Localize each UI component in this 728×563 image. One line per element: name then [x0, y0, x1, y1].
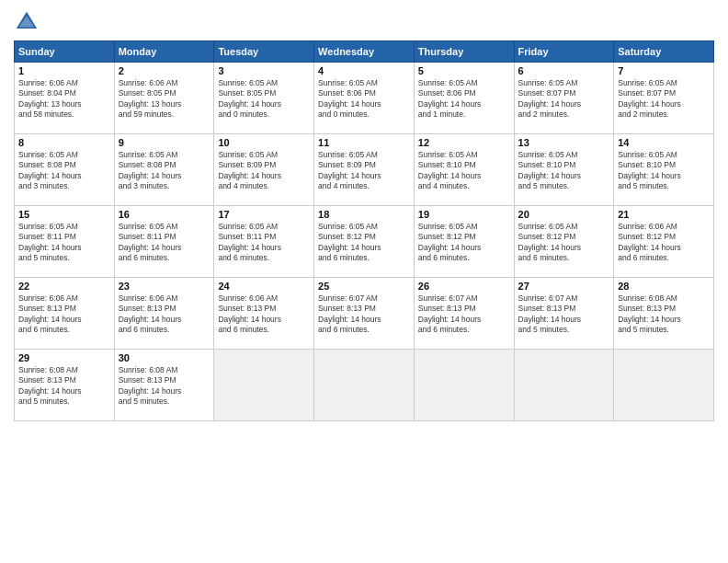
day-number: 27: [518, 281, 610, 292]
day-cell: [614, 350, 714, 421]
col-header-wednesday: Wednesday: [314, 41, 415, 63]
day-info: Sunrise: 6:06 AM Sunset: 8:05 PM Dayligh…: [119, 78, 210, 121]
day-number: 6: [518, 65, 610, 76]
day-info: Sunrise: 6:05 AM Sunset: 8:08 PM Dayligh…: [119, 150, 210, 192]
day-info: Sunrise: 6:05 AM Sunset: 8:07 PM Dayligh…: [618, 78, 710, 121]
day-cell: 1Sunrise: 6:06 AM Sunset: 8:04 PM Daylig…: [15, 63, 115, 134]
day-cell: 8Sunrise: 6:05 AM Sunset: 8:08 PM Daylig…: [15, 134, 115, 206]
day-number: 1: [18, 65, 110, 76]
day-cell: 27Sunrise: 6:07 AM Sunset: 8:13 PM Dayli…: [514, 278, 614, 350]
logo-icon: [14, 9, 40, 35]
day-info: Sunrise: 6:08 AM Sunset: 8:13 PM Dayligh…: [618, 293, 710, 336]
day-number: 28: [618, 281, 710, 292]
day-cell: [214, 350, 314, 421]
day-info: Sunrise: 6:05 AM Sunset: 8:06 PM Dayligh…: [418, 78, 510, 121]
day-number: 22: [18, 281, 110, 292]
day-info: Sunrise: 6:05 AM Sunset: 8:12 PM Dayligh…: [518, 222, 610, 264]
day-info: Sunrise: 6:05 AM Sunset: 8:10 PM Dayligh…: [618, 150, 710, 192]
day-number: 18: [318, 209, 410, 220]
day-cell: 2Sunrise: 6:06 AM Sunset: 8:05 PM Daylig…: [114, 63, 214, 134]
day-info: Sunrise: 6:07 AM Sunset: 8:13 PM Dayligh…: [518, 293, 610, 336]
day-info: Sunrise: 6:05 AM Sunset: 8:07 PM Dayligh…: [518, 78, 610, 121]
day-number: 17: [218, 209, 310, 220]
day-number: 8: [18, 137, 110, 148]
week-row-5: 29Sunrise: 6:08 AM Sunset: 8:13 PM Dayli…: [15, 350, 714, 421]
col-header-thursday: Thursday: [414, 41, 514, 63]
day-cell: 16Sunrise: 6:05 AM Sunset: 8:11 PM Dayli…: [114, 206, 214, 278]
col-header-saturday: Saturday: [614, 41, 714, 63]
day-info: Sunrise: 6:05 AM Sunset: 8:10 PM Dayligh…: [518, 150, 610, 192]
day-info: Sunrise: 6:06 AM Sunset: 8:13 PM Dayligh…: [18, 293, 110, 336]
day-number: 23: [119, 281, 210, 292]
day-number: 12: [418, 137, 510, 148]
week-row-3: 15Sunrise: 6:05 AM Sunset: 8:11 PM Dayli…: [15, 206, 714, 278]
col-header-tuesday: Tuesday: [214, 41, 314, 63]
day-number: 21: [618, 209, 710, 220]
day-info: Sunrise: 6:05 AM Sunset: 8:09 PM Dayligh…: [318, 150, 410, 192]
day-cell: 9Sunrise: 6:05 AM Sunset: 8:08 PM Daylig…: [114, 134, 214, 206]
day-number: 24: [218, 281, 310, 292]
day-info: Sunrise: 6:06 AM Sunset: 8:13 PM Dayligh…: [119, 293, 210, 336]
day-info: Sunrise: 6:05 AM Sunset: 8:12 PM Dayligh…: [418, 222, 510, 264]
day-cell: 13Sunrise: 6:05 AM Sunset: 8:10 PM Dayli…: [514, 134, 614, 206]
header-row: SundayMondayTuesdayWednesdayThursdayFrid…: [15, 41, 714, 63]
page: SundayMondayTuesdayWednesdayThursdayFrid…: [0, 0, 728, 563]
week-row-4: 22Sunrise: 6:06 AM Sunset: 8:13 PM Dayli…: [15, 278, 714, 350]
day-info: Sunrise: 6:08 AM Sunset: 8:13 PM Dayligh…: [18, 365, 110, 408]
day-number: 7: [618, 65, 710, 76]
day-info: Sunrise: 6:07 AM Sunset: 8:13 PM Dayligh…: [318, 293, 410, 336]
week-row-2: 8Sunrise: 6:05 AM Sunset: 8:08 PM Daylig…: [15, 134, 714, 206]
day-cell: 30Sunrise: 6:08 AM Sunset: 8:13 PM Dayli…: [114, 350, 214, 421]
day-cell: 10Sunrise: 6:05 AM Sunset: 8:09 PM Dayli…: [214, 134, 314, 206]
day-cell: 23Sunrise: 6:06 AM Sunset: 8:13 PM Dayli…: [114, 278, 214, 350]
day-number: 25: [318, 281, 410, 292]
day-info: Sunrise: 6:06 AM Sunset: 8:13 PM Dayligh…: [218, 293, 310, 336]
day-cell: 17Sunrise: 6:05 AM Sunset: 8:11 PM Dayli…: [214, 206, 314, 278]
day-number: 14: [618, 137, 710, 148]
calendar-table: SundayMondayTuesdayWednesdayThursdayFrid…: [14, 40, 714, 421]
day-number: 20: [518, 209, 610, 220]
day-number: 16: [119, 209, 210, 220]
day-info: Sunrise: 6:05 AM Sunset: 8:05 PM Dayligh…: [218, 78, 310, 121]
col-header-monday: Monday: [114, 41, 214, 63]
day-number: 4: [318, 65, 410, 76]
day-info: Sunrise: 6:05 AM Sunset: 8:11 PM Dayligh…: [18, 222, 110, 264]
day-number: 2: [119, 65, 210, 76]
logo: [14, 9, 43, 35]
day-info: Sunrise: 6:08 AM Sunset: 8:13 PM Dayligh…: [119, 365, 210, 408]
day-info: Sunrise: 6:06 AM Sunset: 8:04 PM Dayligh…: [18, 78, 110, 121]
day-info: Sunrise: 6:05 AM Sunset: 8:10 PM Dayligh…: [418, 150, 510, 192]
day-cell: 24Sunrise: 6:06 AM Sunset: 8:13 PM Dayli…: [214, 278, 314, 350]
day-cell: 14Sunrise: 6:05 AM Sunset: 8:10 PM Dayli…: [614, 134, 714, 206]
day-number: 26: [418, 281, 510, 292]
header: [14, 9, 714, 35]
col-header-sunday: Sunday: [15, 41, 115, 63]
day-cell: 7Sunrise: 6:05 AM Sunset: 8:07 PM Daylig…: [614, 63, 714, 134]
day-info: Sunrise: 6:05 AM Sunset: 8:11 PM Dayligh…: [119, 222, 210, 264]
day-number: 15: [18, 209, 110, 220]
day-cell: 15Sunrise: 6:05 AM Sunset: 8:11 PM Dayli…: [15, 206, 115, 278]
day-number: 13: [518, 137, 610, 148]
day-cell: 20Sunrise: 6:05 AM Sunset: 8:12 PM Dayli…: [514, 206, 614, 278]
day-info: Sunrise: 6:05 AM Sunset: 8:11 PM Dayligh…: [218, 222, 310, 264]
day-cell: 6Sunrise: 6:05 AM Sunset: 8:07 PM Daylig…: [514, 63, 614, 134]
week-row-1: 1Sunrise: 6:06 AM Sunset: 8:04 PM Daylig…: [15, 63, 714, 134]
day-cell: 18Sunrise: 6:05 AM Sunset: 8:12 PM Dayli…: [314, 206, 415, 278]
day-info: Sunrise: 6:05 AM Sunset: 8:08 PM Dayligh…: [18, 150, 110, 192]
day-cell: 5Sunrise: 6:05 AM Sunset: 8:06 PM Daylig…: [414, 63, 514, 134]
day-cell: 25Sunrise: 6:07 AM Sunset: 8:13 PM Dayli…: [314, 278, 415, 350]
day-info: Sunrise: 6:06 AM Sunset: 8:12 PM Dayligh…: [618, 222, 710, 264]
day-cell: 26Sunrise: 6:07 AM Sunset: 8:13 PM Dayli…: [414, 278, 514, 350]
day-cell: 12Sunrise: 6:05 AM Sunset: 8:10 PM Dayli…: [414, 134, 514, 206]
day-info: Sunrise: 6:05 AM Sunset: 8:06 PM Dayligh…: [318, 78, 410, 121]
day-number: 3: [218, 65, 310, 76]
day-cell: 3Sunrise: 6:05 AM Sunset: 8:05 PM Daylig…: [214, 63, 314, 134]
day-number: 9: [119, 137, 210, 148]
day-number: 10: [218, 137, 310, 148]
day-info: Sunrise: 6:07 AM Sunset: 8:13 PM Dayligh…: [418, 293, 510, 336]
day-info: Sunrise: 6:05 AM Sunset: 8:09 PM Dayligh…: [218, 150, 310, 192]
day-number: 5: [418, 65, 510, 76]
day-cell: [514, 350, 614, 421]
day-cell: 22Sunrise: 6:06 AM Sunset: 8:13 PM Dayli…: [15, 278, 115, 350]
day-cell: [414, 350, 514, 421]
